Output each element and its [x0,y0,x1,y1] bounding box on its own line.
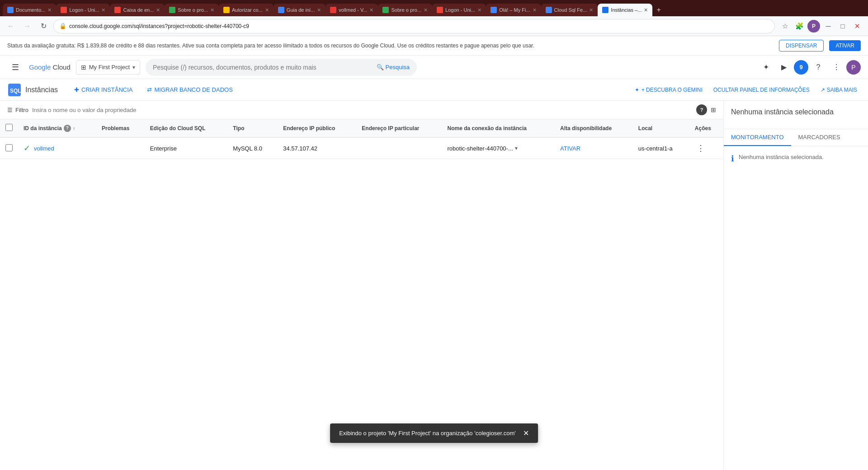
address-bar[interactable]: 🔒 console.cloud.google.com/sql/instances… [53,19,775,33]
banner-text: Status da avaliação gratuita: R$ 1.839,8… [7,42,779,49]
panel-title: Nenhuma instância selecionada [731,108,861,116]
tab-2[interactable]: Logon - Uni... ✕ [56,4,110,16]
hamburger-menu-button[interactable]: ☰ [7,59,24,75]
row-checkbox[interactable] [5,144,13,151]
profile-button[interactable]: P [807,20,820,33]
grid-icon: ⊞ [81,64,86,71]
gemini-button[interactable]: ✦ + DESCUBRA O GEMINI [631,85,706,95]
instance-name-link[interactable]: vollmed [34,145,54,152]
tab-1[interactable]: Documento... ✕ [3,4,56,16]
snackbar-close-button[interactable]: ✕ [523,429,529,437]
close-window-button[interactable]: ✕ [851,20,863,33]
tab-close-2[interactable]: ✕ [101,7,105,13]
tab-close-3[interactable]: ✕ [156,7,160,13]
tab-6[interactable]: Guia de iní... ✕ [274,4,326,16]
bookmark-button[interactable]: ☆ [778,20,791,33]
maximize-button[interactable]: □ [836,20,849,33]
svg-text:SQL: SQL [10,88,21,94]
tab-close-10[interactable]: ✕ [533,7,537,13]
tab-title-7: vollmed - V... [339,7,367,13]
search-input[interactable] [153,64,372,71]
banner-actions: DISPENSAR ATIVAR [779,40,861,52]
tab-close-6[interactable]: ✕ [317,7,321,13]
extensions-button[interactable]: 🧩 [793,20,806,33]
back-button[interactable]: ← [5,20,17,33]
ocultar-painel-button[interactable]: OCULTAR PAINEL DE INFORMAÇÕES [710,85,813,95]
settings-button[interactable]: ⋮ [828,59,844,75]
cloud-shell-button[interactable]: ▶ [776,59,792,75]
criar-instancia-button[interactable]: ✚ CRIAR INSTÂNCIA [69,84,138,96]
col-local-label: Local [638,125,652,132]
columns-icon: ⊞ [711,106,716,113]
tab-monitoring[interactable]: MONITORAMENTO [724,129,791,146]
tab-title-3: Caixa de en... [123,7,154,13]
tab-close-4[interactable]: ✕ [210,7,214,13]
tab-title-1: Documento... [16,7,45,13]
tab-close-7[interactable]: ✕ [369,7,373,13]
col-header-local: Local [633,119,689,137]
row-type-cell: MySQL 8.0 [227,137,278,159]
tab-10[interactable]: Olá! – My Fi... ✕ [486,4,541,16]
migrar-banco-button[interactable]: ⇄ MIGRAR BANCO DE DADOS [142,84,238,96]
help-button[interactable]: ? [810,59,826,75]
reload-button[interactable]: ↻ [37,20,50,33]
add-widget-button[interactable]: ✦ [758,59,774,75]
col-id-help-icon[interactable]: ? [64,125,71,132]
tab-5[interactable]: Autorizar co... ✕ [219,4,274,16]
project-selector[interactable]: ⊞ My First Project ▾ [76,60,140,75]
header-search-bar[interactable]: 🔍 Pesquisa [146,59,417,76]
notification-button[interactable]: 9 [794,60,808,75]
tab-close-5[interactable]: ✕ [265,7,269,13]
tab-favicon-11 [546,7,552,13]
tab-favicon-12 [602,7,609,13]
tab-8[interactable]: Sobre o pro... ✕ [378,4,432,16]
tab-11[interactable]: Cloud Sql Fe... ✕ [541,4,598,16]
forward-button[interactable]: → [21,20,33,33]
row-edition-value: Enterprise [150,145,177,152]
row-private-ip-cell [356,137,442,159]
migrar-label: MIGRAR BANCO DE DADOS [154,86,232,93]
tab-12-active[interactable]: Instâncias –... ✕ [598,4,652,16]
criar-label: CRIAR INSTÂNCIA [81,86,132,93]
tab-close-11[interactable]: ✕ [589,7,593,13]
tab-9[interactable]: Logon - Uni... ✕ [432,4,486,16]
main-content: ☰ Filtro ? ⊞ [0,101,868,470]
saiba-mais-button[interactable]: ↗ SAIBA MAIS [817,85,861,95]
filter-button[interactable]: ☰ Filtro [7,107,28,113]
google-cloud-logo[interactable]: Google Cloud [29,63,71,71]
row-problems-cell [96,137,145,159]
row-actions-button[interactable]: ⋮ [695,141,707,155]
project-name: My First Project [89,64,130,70]
tab-close-8[interactable]: ✕ [424,7,428,13]
select-all-checkbox[interactable] [5,124,13,131]
tab-favicon-3 [114,7,121,13]
ha-ativar-link[interactable]: ATIVAR [560,145,580,152]
columns-toggle-button[interactable]: ⊞ [711,106,716,113]
search-button[interactable]: 🔍 Pesquisa [377,64,410,70]
avatar-button[interactable]: P [846,60,861,75]
dispensar-button[interactable]: DISPENSAR [779,40,824,52]
new-tab-button[interactable]: + [652,4,665,16]
col-id-sort-icon[interactable]: ↑ [73,126,75,131]
tab-close-1[interactable]: ✕ [47,7,52,13]
tab-title-10: Olá! – My Fi... [499,7,530,13]
toolbar-right: ✦ + DESCUBRA O GEMINI OCULTAR PAINEL DE … [631,85,861,95]
row-local-value: us-central1-a [638,145,673,152]
connection-expand-icon[interactable]: ▾ [515,145,518,151]
filter-input[interactable] [32,107,693,113]
filter-icon: ☰ [7,107,13,113]
filter-help-button[interactable]: ? [696,104,707,115]
minimize-button[interactable]: ─ [822,20,835,33]
tab-marcadores[interactable]: MARCADORES [791,129,848,146]
info-panel: Nenhuma instância selecionada MONITORAME… [723,101,868,470]
tab-3[interactable]: Caixa de en... ✕ [110,4,165,16]
tab-close-12[interactable]: ✕ [644,7,648,13]
col-edition-label: Edição do Cloud SQL [150,125,206,132]
tab-close-9[interactable]: ✕ [477,7,481,13]
ativar-banner-button[interactable]: ATIVAR [829,40,861,51]
tab-4[interactable]: Sobre o pro... ✕ [165,4,219,16]
avatar-letter: P [851,64,855,71]
tab-7[interactable]: vollmed - V... ✕ [326,4,378,16]
tab-favicon-4 [169,7,175,13]
col-public-ip-label: Endereço IP público [283,125,335,132]
